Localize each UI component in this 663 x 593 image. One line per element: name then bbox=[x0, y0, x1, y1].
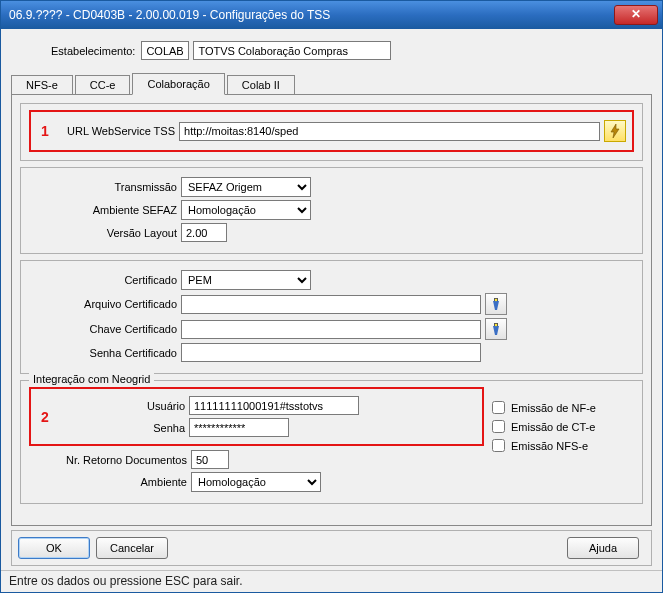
status-bar: Entre os dados ou pressione ESC para sai… bbox=[1, 570, 662, 592]
transmissao-select[interactable]: SEFAZ Origem bbox=[181, 177, 311, 197]
usuario-input[interactable] bbox=[189, 396, 359, 415]
tab-nfse[interactable]: NFS-e bbox=[11, 75, 73, 95]
senha-neogrid-label: Senha bbox=[67, 422, 185, 434]
establishment-label: Estabelecimento: bbox=[51, 45, 135, 57]
svg-marker-4 bbox=[493, 326, 499, 335]
url-row: URL WebService TSS bbox=[67, 120, 626, 142]
versao-layout-label: Versão Layout bbox=[29, 227, 177, 239]
close-icon: ✕ bbox=[631, 7, 641, 21]
svg-point-2 bbox=[495, 299, 497, 301]
svg-marker-1 bbox=[493, 301, 499, 310]
establishment-row: Estabelecimento: bbox=[51, 41, 652, 60]
certificado-select[interactable]: PEM bbox=[181, 270, 311, 290]
neogrid-group-title: Integração com Neogrid bbox=[29, 373, 154, 385]
button-bar: OK Cancelar Ajuda bbox=[11, 530, 652, 566]
tab-body-colaboracao: 1 URL WebService TSS Transmiss bbox=[11, 94, 652, 526]
close-button[interactable]: ✕ bbox=[614, 5, 658, 25]
browse-chave-button[interactable] bbox=[485, 318, 507, 340]
tab-colaboracao[interactable]: Colaboração bbox=[132, 73, 224, 95]
emissao-cte-checkbox[interactable] bbox=[492, 420, 505, 433]
help-button[interactable]: Ajuda bbox=[567, 537, 639, 559]
emissao-nfse-label: Emissão NFS-e bbox=[511, 440, 588, 452]
annotation-box-2: 2 Usuário Senha bbox=[29, 387, 484, 446]
cancel-button[interactable]: Cancelar bbox=[96, 537, 168, 559]
transmissao-label: Transmissão bbox=[29, 181, 177, 193]
tab-cce[interactable]: CC-e bbox=[75, 75, 131, 95]
senha-certificado-label: Senha Certificado bbox=[29, 347, 177, 359]
ambiente-sefaz-label: Ambiente SEFAZ bbox=[29, 204, 177, 216]
emissao-nfe-checkbox[interactable] bbox=[492, 401, 505, 414]
browse-arquivo-button[interactable] bbox=[485, 293, 507, 315]
url-label: URL WebService TSS bbox=[67, 125, 175, 137]
flashlight-icon bbox=[489, 297, 503, 311]
transmissao-group: Transmissão SEFAZ Origem Ambiente SEFAZ … bbox=[20, 167, 643, 254]
chave-certificado-input[interactable] bbox=[181, 320, 481, 339]
arquivo-certificado-input[interactable] bbox=[181, 295, 481, 314]
ok-button[interactable]: OK bbox=[18, 537, 90, 559]
usuario-label: Usuário bbox=[67, 400, 185, 412]
nr-retorno-label: Nr. Retorno Documentos bbox=[29, 454, 187, 466]
emissao-cte-label: Emissão de CT-e bbox=[511, 421, 595, 433]
senha-neogrid-input[interactable] bbox=[189, 418, 289, 437]
emissao-nfe-label: Emissão de NF-e bbox=[511, 402, 596, 414]
annotation-box-1: 1 URL WebService TSS bbox=[29, 110, 634, 152]
content-area: Estabelecimento: NFS-e CC-e Colaboração … bbox=[1, 29, 662, 570]
window-frame: 06.9.???? - CD0403B - 2.00.00.019 - Conf… bbox=[0, 0, 663, 593]
versao-layout-input[interactable] bbox=[181, 223, 227, 242]
window-title: 06.9.???? - CD0403B - 2.00.00.019 - Conf… bbox=[9, 8, 614, 22]
svg-point-5 bbox=[495, 324, 497, 326]
tab-strip: NFS-e CC-e Colaboração Colab II bbox=[11, 72, 652, 94]
annotation-number-2: 2 bbox=[41, 409, 49, 425]
ambiente-sefaz-select[interactable]: Homologação bbox=[181, 200, 311, 220]
chave-certificado-label: Chave Certificado bbox=[29, 323, 177, 335]
titlebar: 06.9.???? - CD0403B - 2.00.00.019 - Conf… bbox=[1, 1, 662, 29]
lightning-icon bbox=[609, 124, 621, 138]
flashlight-icon bbox=[489, 322, 503, 336]
certificado-group: Certificado PEM Arquivo Certificado bbox=[20, 260, 643, 374]
ambiente-neogrid-select[interactable]: Homologação bbox=[191, 472, 321, 492]
ambiente-neogrid-label: Ambiente bbox=[29, 476, 187, 488]
certificado-label: Certificado bbox=[29, 274, 177, 286]
establishment-desc-input[interactable] bbox=[193, 41, 391, 60]
url-webservice-input[interactable] bbox=[179, 122, 600, 141]
establishment-code-input[interactable] bbox=[141, 41, 189, 60]
status-text: Entre os dados ou pressione ESC para sai… bbox=[9, 574, 242, 588]
neogrid-group: Integração com Neogrid 2 Usuário bbox=[20, 380, 643, 504]
test-connection-button[interactable] bbox=[604, 120, 626, 142]
nr-retorno-input[interactable] bbox=[191, 450, 229, 469]
url-group: 1 URL WebService TSS bbox=[20, 103, 643, 161]
tab-colab2[interactable]: Colab II bbox=[227, 75, 295, 95]
arquivo-certificado-label: Arquivo Certificado bbox=[29, 298, 177, 310]
senha-certificado-input[interactable] bbox=[181, 343, 481, 362]
emissao-nfse-checkbox[interactable] bbox=[492, 439, 505, 452]
annotation-number-1: 1 bbox=[41, 123, 49, 139]
